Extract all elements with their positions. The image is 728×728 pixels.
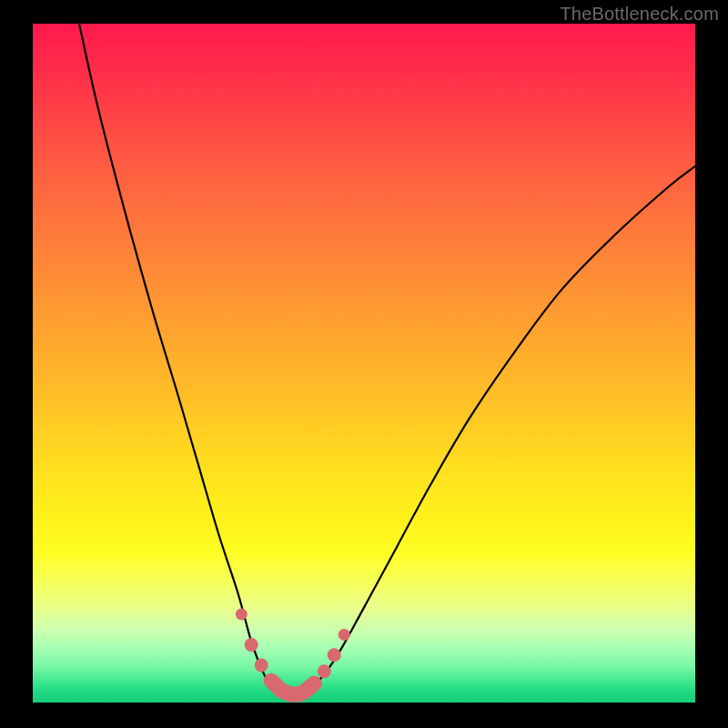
marker-dot <box>339 629 350 641</box>
chart-frame: TheBottleneck.com <box>0 0 728 728</box>
marker-dot <box>236 609 248 621</box>
bottleneck-curve <box>79 24 695 696</box>
plot-area <box>33 24 695 703</box>
marker-dot <box>245 638 258 652</box>
valley-band <box>271 681 314 694</box>
marker-dot <box>318 664 331 678</box>
watermark-text: TheBottleneck.com <box>560 4 719 25</box>
marker-dot <box>328 648 341 662</box>
curve-svg <box>33 24 695 703</box>
marker-group <box>236 609 350 695</box>
marker-dot <box>255 659 268 672</box>
